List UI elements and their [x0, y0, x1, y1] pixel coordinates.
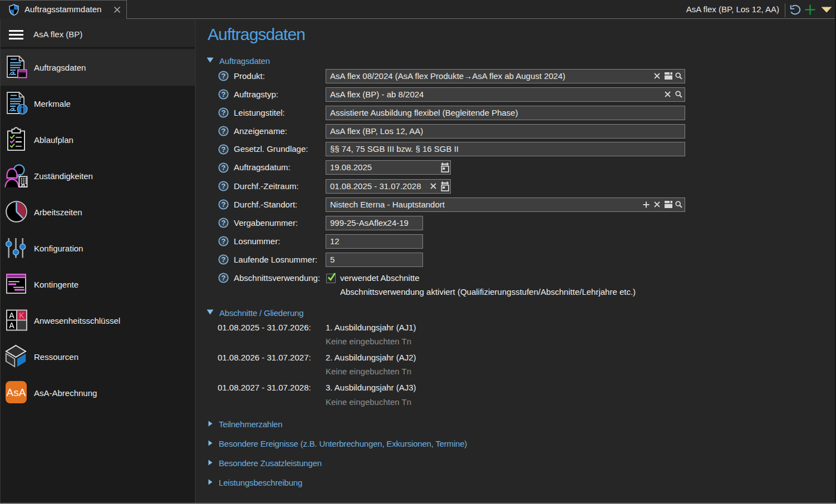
- svg-text:?: ?: [222, 90, 226, 98]
- svg-text:?: ?: [222, 255, 226, 264]
- svg-text:A: A: [9, 311, 14, 320]
- svg-text:?: ?: [222, 145, 226, 154]
- svg-text:AsA: AsA: [7, 387, 26, 398]
- svg-text:?: ?: [222, 237, 226, 245]
- svg-text:?: ?: [222, 219, 226, 227]
- svg-text:?: ?: [222, 200, 226, 209]
- svg-text:?: ?: [222, 127, 226, 135]
- svg-text:A: A: [9, 321, 14, 330]
- svg-text:?: ?: [222, 182, 226, 190]
- svg-text:?: ?: [222, 164, 226, 172]
- svg-text:K: K: [19, 311, 24, 320]
- svg-text:?: ?: [222, 274, 226, 282]
- svg-text:?: ?: [222, 72, 226, 80]
- svg-text:?: ?: [222, 108, 226, 117]
